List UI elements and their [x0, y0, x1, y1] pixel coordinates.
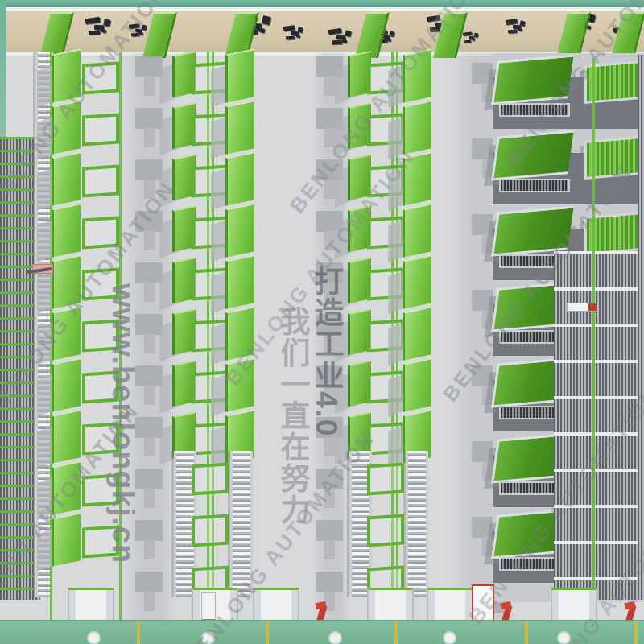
- rack-shelf-slats: [499, 179, 570, 192]
- green-mesh-panel: [52, 409, 80, 464]
- rack-floor-shadow: [135, 108, 163, 129]
- rack-floor-shadow: [135, 262, 163, 283]
- green-mesh-panel: [52, 203, 80, 258]
- rack-floor-shadow: [135, 314, 163, 335]
- dense-rack-green-shelves: [0, 137, 40, 600]
- green-mesh-panel: [402, 100, 431, 155]
- walkway-circle-marker: [328, 631, 342, 644]
- green-mesh-panel: [52, 100, 80, 155]
- green-rack-frame: [82, 216, 119, 249]
- green-mesh-panel: [52, 357, 80, 412]
- green-mesh-panel: [402, 48, 431, 103]
- rack-floor-shadow: [135, 365, 163, 386]
- vertical-green-rail: [119, 52, 122, 644]
- green-rack-frame: [82, 422, 119, 455]
- green-mesh-panel: [52, 48, 80, 103]
- leaning-panel: [355, 12, 390, 58]
- green-rack-frame: [82, 113, 119, 146]
- large-green-panel: [491, 55, 574, 105]
- right-edge-rack: [638, 55, 644, 600]
- green-rack-frame: [82, 267, 119, 300]
- walkway-yellow-tick: [394, 621, 398, 644]
- green-mesh-panel: [52, 306, 80, 361]
- large-green-panel: [491, 130, 574, 181]
- rack-floor-shadow: [316, 520, 343, 541]
- rack-floor-shadow: [135, 469, 163, 489]
- green-rack-frame: [192, 462, 229, 495]
- leaning-panel: [556, 12, 591, 58]
- green-rack-frame: [82, 61, 119, 94]
- green-mesh-panel: [225, 203, 254, 258]
- green-mesh-panel: [52, 512, 80, 567]
- green-mesh-panel: [225, 100, 254, 155]
- green-rack-frame: [82, 473, 119, 506]
- green-mesh-panel: [52, 460, 80, 515]
- walkway-circle-marker: [87, 631, 101, 644]
- green-rack-frame: [82, 525, 119, 558]
- walkway-circle-marker: [557, 631, 571, 644]
- green-mesh-panel: [402, 151, 431, 206]
- factory-3d-render: BENLONG AUTOMATIONBENLONG AUTOMATIONBENL…: [0, 0, 644, 644]
- rack-floor-shadow: [135, 572, 163, 592]
- bottom-walkway: [0, 620, 644, 644]
- conveyor-track: [230, 451, 253, 597]
- green-mesh-panel: [225, 48, 254, 103]
- green-mesh-panel: [225, 357, 254, 412]
- rack-shelf-slats: [499, 103, 570, 117]
- rack-floor-shadow: [316, 572, 343, 592]
- rack-floor-shadow: [135, 417, 163, 438]
- green-rack-frame: [82, 319, 119, 352]
- green-mesh-panel: [52, 254, 80, 309]
- green-mesh-panel: [225, 151, 254, 206]
- leaning-panel: [433, 12, 468, 58]
- stacker-crane-unit: [567, 303, 597, 312]
- green-mesh-panel: [402, 254, 431, 309]
- green-rack-frame: [367, 462, 404, 495]
- rack-floor-shadow: [316, 469, 343, 489]
- green-mesh-panel: [52, 151, 80, 206]
- walkway-circle-marker: [443, 631, 456, 644]
- green-rack-frame: [192, 514, 229, 547]
- rack-floor-shadow: [135, 520, 163, 541]
- scene-layer: [0, 0, 644, 644]
- walkway-circle-marker: [201, 631, 215, 644]
- walkway-yellow-tick: [525, 621, 528, 644]
- green-mesh-panel: [225, 254, 254, 309]
- large-green-panel: [491, 206, 574, 257]
- rack-floor-shadow: [135, 56, 163, 77]
- vertical-green-rail: [592, 58, 595, 644]
- green-rack-frame: [82, 164, 119, 197]
- green-rack-frame: [367, 514, 404, 547]
- rack-floor-shadow: [135, 211, 163, 232]
- green-mesh-panel: [225, 306, 254, 361]
- walkway-yellow-tick: [634, 621, 638, 644]
- rack-floor-shadow: [135, 159, 163, 180]
- walkway-yellow-tick: [137, 621, 140, 644]
- leaning-panel: [611, 12, 644, 58]
- conveyor-track: [406, 451, 428, 597]
- walkway-markers: [0, 621, 644, 644]
- green-mesh-panel: [402, 306, 431, 361]
- green-mesh-panel: [402, 203, 431, 258]
- green-rack-frame: [82, 370, 119, 403]
- green-mesh-panel: [402, 357, 431, 412]
- leaning-panel: [142, 12, 177, 58]
- walkway-yellow-tick: [266, 621, 269, 644]
